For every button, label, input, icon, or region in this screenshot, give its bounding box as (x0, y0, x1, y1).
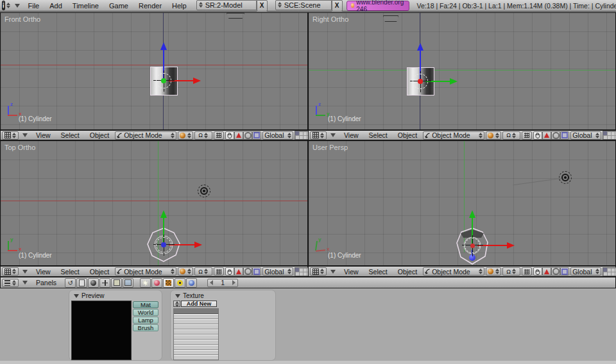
header-menu-collapse-icon[interactable] (330, 133, 336, 137)
menu-select[interactable]: Select (56, 268, 84, 276)
gizmo-y-arrowhead[interactable] (160, 210, 167, 218)
manipulator-rotate-button[interactable] (551, 131, 560, 140)
gizmo-z-arrowhead[interactable] (417, 43, 424, 51)
add-new-texture-button[interactable]: Add New (181, 301, 217, 307)
menu-object[interactable]: Object (85, 268, 114, 276)
menu-object[interactable]: Object (393, 268, 422, 276)
manipulator-scale-button[interactable] (252, 267, 261, 276)
pivot-button[interactable]: Ω (194, 131, 212, 140)
editor-type-button[interactable] (2, 131, 19, 140)
snap-button[interactable] (522, 131, 532, 140)
gizmo-z-arrowhead[interactable] (160, 42, 167, 50)
context-logic-button[interactable]: ↺ (65, 278, 76, 288)
mode-dropdown[interactable]: Object Mode (115, 131, 176, 140)
gizmo-x-arrowhead[interactable] (194, 242, 202, 248)
pivot-button[interactable]: Ω (502, 131, 520, 140)
orientation-dropdown[interactable]: Global (570, 131, 601, 140)
mode-dropdown[interactable]: Object Mode (115, 267, 176, 276)
snap-button[interactable] (214, 267, 224, 276)
subcontext-material-button[interactable] (151, 278, 162, 288)
scene-selector[interactable]: SCE:Scene (275, 0, 332, 10)
menu-object[interactable]: Object (85, 131, 114, 139)
manipulator-translate-button[interactable] (542, 131, 551, 140)
manipulator-hand-button[interactable] (225, 267, 234, 276)
active-layer-cell[interactable] (295, 268, 299, 272)
gizmo-x-arrowhead[interactable] (507, 242, 515, 249)
manipulator-translate-button[interactable] (234, 131, 243, 140)
subcontext-radiosity-button[interactable] (175, 278, 185, 288)
manipulator-rotate-button[interactable] (551, 267, 560, 276)
area-handle[interactable] (383, 15, 398, 22)
editor-type-button[interactable] (2, 279, 19, 287)
menu-help[interactable]: Help (167, 2, 191, 10)
menu-view[interactable]: View (31, 131, 55, 139)
texture-slot-selected[interactable] (174, 309, 218, 314)
panel-collapse-icon[interactable] (175, 294, 180, 298)
header-collapse-icon[interactable] (15, 4, 20, 8)
menu-select[interactable]: Select (56, 131, 84, 139)
context-shading-button[interactable] (88, 278, 99, 288)
menu-game[interactable]: Game (105, 2, 133, 10)
active-layer-cell[interactable] (603, 268, 607, 272)
editor-type-button[interactable] (2, 267, 19, 276)
manipulator-hand-button[interactable] (533, 267, 542, 276)
header-menu-collapse-icon[interactable] (330, 270, 336, 274)
menu-select[interactable]: Select (364, 268, 392, 276)
context-scene-button[interactable] (123, 278, 133, 288)
manipulator-scale-button[interactable] (252, 131, 261, 140)
orientation-dropdown[interactable]: Global (570, 267, 601, 276)
preview-world-button[interactable]: World (133, 309, 158, 316)
blender-org-link[interactable]: www.blender.org 246 (346, 1, 409, 11)
snap-button[interactable] (214, 131, 224, 140)
manipulator-translate-button[interactable] (542, 267, 551, 276)
preview-lamp-button[interactable]: Lamp (133, 317, 158, 324)
manipulator-scale-button[interactable] (560, 267, 569, 276)
manipulator-scale-button[interactable] (560, 131, 569, 140)
scene-delete-button[interactable]: X (332, 0, 343, 12)
draw-type-button[interactable] (486, 267, 501, 276)
layer-buttons-group1[interactable] (603, 131, 616, 140)
active-layer-cell[interactable] (295, 131, 299, 135)
lamp-object[interactable] (198, 185, 210, 197)
subcontext-world-button[interactable] (186, 278, 197, 288)
panel-collapse-icon[interactable] (74, 294, 79, 298)
area-handle[interactable] (227, 13, 244, 19)
editor-type-button[interactable] (310, 267, 327, 276)
frame-number-stepper[interactable]: 1 (207, 279, 238, 287)
menu-select[interactable]: Select (364, 131, 392, 139)
frame-decrement-icon[interactable] (210, 280, 213, 285)
gizmo-y-arrowhead[interactable] (469, 210, 475, 218)
context-script-button[interactable] (76, 278, 87, 288)
header-menu-collapse-icon[interactable] (22, 281, 28, 285)
editor-type-button[interactable] (310, 131, 327, 140)
menu-panels[interactable]: Panels (31, 279, 61, 286)
manipulator-rotate-button[interactable] (243, 131, 252, 140)
texture-browse-combo[interactable] (173, 301, 180, 307)
context-editing-button[interactable] (111, 278, 122, 288)
active-layer-cell[interactable] (603, 131, 607, 135)
lamp-object[interactable] (559, 171, 572, 184)
draw-type-button[interactable] (178, 267, 193, 276)
manipulator-hand-button[interactable] (225, 131, 234, 140)
menu-object[interactable]: Object (393, 131, 422, 139)
menu-render[interactable]: Render (134, 2, 166, 10)
menu-view[interactable]: View (31, 268, 55, 276)
pivot-button[interactable]: Ω (194, 267, 212, 276)
menu-view[interactable]: View (339, 268, 363, 276)
menu-file[interactable]: File (24, 2, 44, 10)
header-menu-collapse-icon[interactable] (22, 133, 28, 137)
info-window-button[interactable]: i (2, 1, 5, 10)
menu-add[interactable]: Add (45, 2, 67, 10)
layer-buttons-group1[interactable] (603, 267, 616, 276)
mode-dropdown[interactable]: Object Mode (423, 131, 484, 140)
gizmo-y-arrowhead[interactable] (450, 78, 458, 85)
frame-increment-icon[interactable] (232, 280, 235, 285)
snap-button[interactable] (522, 267, 532, 276)
texture-panel-header[interactable]: Texture (175, 292, 204, 299)
preview-brush-button[interactable]: Brush (133, 324, 158, 331)
manipulator-translate-button[interactable] (234, 267, 243, 276)
editor-combo-icon[interactable] (6, 2, 11, 9)
mode-dropdown[interactable]: Object Mode (423, 267, 484, 276)
context-object-button[interactable] (99, 278, 110, 288)
orientation-dropdown[interactable]: Global (262, 267, 293, 276)
